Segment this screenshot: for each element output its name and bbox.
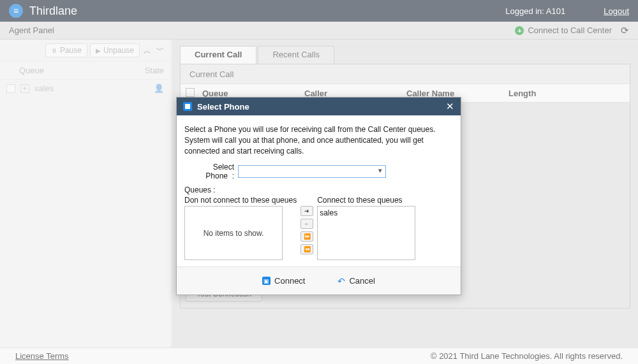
- transfer-buttons: ➔ ← ⏩ ⏪: [300, 206, 313, 254]
- unpause-button[interactable]: ▶ Unpause: [90, 43, 140, 57]
- select-phone-modal: Select Phone ✕ Select a Phone you will u…: [176, 97, 461, 295]
- footer: License Terms © 2021 Third Lane Technolo…: [0, 347, 638, 364]
- undo-icon: ↶: [337, 277, 345, 285]
- col-length: Length: [508, 89, 585, 98]
- logout-link[interactable]: Logout: [604, 6, 629, 16]
- modal-description: Select a Phone you will use for receivin…: [184, 124, 453, 156]
- move-all-left-button[interactable]: ⏪: [300, 244, 313, 254]
- queue-name: sales: [34, 84, 154, 93]
- logged-in-user: A101: [546, 6, 565, 16]
- panel-title: Current Call: [181, 64, 630, 84]
- move-left-button[interactable]: ←: [300, 219, 313, 229]
- connect-call-center-button[interactable]: + Connect to Call Center: [515, 25, 612, 35]
- subheader: Agent Panel + Connect to Call Center ⟳: [0, 22, 638, 40]
- sidebar-table-header: Queue State: [0, 61, 170, 80]
- include-queues-list[interactable]: sales: [317, 206, 415, 260]
- modal-body: Select a Phone you will use for receivin…: [177, 115, 461, 266]
- pause-button[interactable]: ⏸ Pause: [45, 43, 87, 57]
- queues-section-label: Queues :: [184, 186, 453, 194]
- phone-dropdown[interactable]: [238, 165, 386, 178]
- queues-transfer: Don not connect to these queues No items…: [184, 196, 453, 260]
- left-list-title: Don not connect to these queues: [184, 196, 297, 205]
- license-terms-link[interactable]: License Terms: [15, 351, 69, 361]
- expand-row-icon[interactable]: +: [20, 84, 29, 93]
- connect-button[interactable]: ▣ Connect: [262, 276, 305, 286]
- row-checkbox[interactable]: [6, 84, 15, 93]
- collapse-up-icon[interactable]: ︽: [142, 45, 152, 56]
- modal-icon: [183, 102, 192, 111]
- right-list-title: Connect to these queues: [317, 196, 415, 205]
- move-all-right-button[interactable]: ⏩: [300, 231, 313, 242]
- modal-title: Select Phone: [197, 102, 446, 112]
- pause-icon: ⏸: [51, 47, 57, 54]
- brand-name: Thirdlane: [29, 4, 77, 18]
- person-icon: 👤: [154, 84, 164, 93]
- play-icon: ▶: [96, 47, 101, 54]
- sidebar-col-state: State: [126, 66, 164, 75]
- app-header: ≡ Thirdlane Logged in: A101 Logout: [0, 0, 638, 22]
- tab-recent-calls[interactable]: Recent Calls: [258, 46, 334, 64]
- modal-header: Select Phone ✕: [177, 98, 461, 115]
- expand-down-icon[interactable]: ︾: [155, 45, 165, 56]
- page-title: Agent Panel: [9, 25, 54, 35]
- move-right-button[interactable]: ➔: [300, 206, 313, 216]
- select-all-checkbox[interactable]: [186, 88, 195, 97]
- sidebar-toolbar: ⏸ Pause ▶ Unpause ︽ ︾: [0, 40, 170, 61]
- connect-icon: ▣: [262, 277, 271, 285]
- exclude-queues-list[interactable]: No items to show.: [184, 206, 283, 260]
- brand-logo-icon: ≡: [9, 4, 23, 18]
- select-phone-field: Select Phone :: [184, 163, 453, 180]
- modal-footer: ▣ Connect ↶ Cancel: [177, 266, 461, 295]
- sidebar-col-queue: Queue: [19, 66, 126, 75]
- tab-current-call[interactable]: Current Call: [180, 46, 256, 64]
- queue-option[interactable]: sales: [320, 208, 413, 217]
- refresh-icon[interactable]: ⟳: [621, 25, 629, 36]
- plus-icon: +: [515, 26, 524, 35]
- sidebar: ⏸ Pause ▶ Unpause ︽ ︾ Queue State + sale…: [0, 40, 172, 347]
- logged-in-label: Logged in: A101: [505, 6, 565, 16]
- tab-bar: Current Call Recent Calls: [180, 46, 630, 64]
- copyright-text: © 2021 Third Lane Technologies. All righ…: [431, 351, 623, 361]
- sidebar-queue-row[interactable]: + sales 👤: [0, 80, 170, 97]
- close-icon[interactable]: ✕: [446, 101, 454, 112]
- cancel-button[interactable]: ↶ Cancel: [337, 276, 375, 286]
